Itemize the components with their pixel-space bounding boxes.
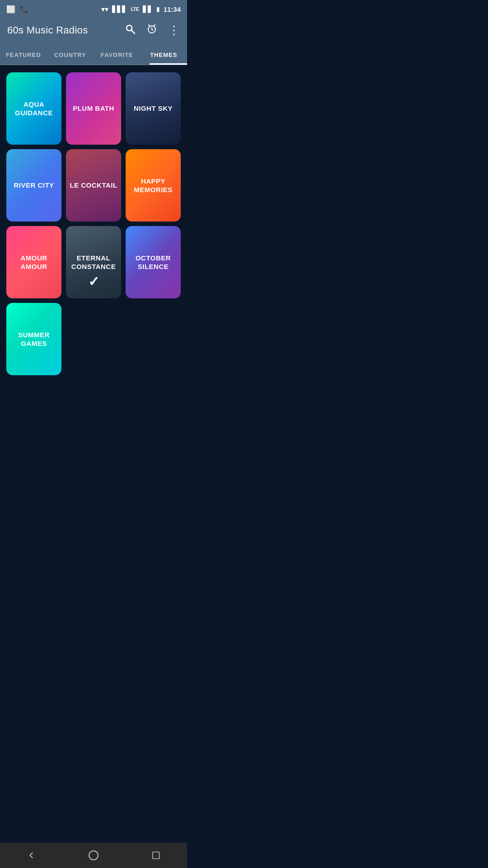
theme-le-cocktail[interactable]: LE COCKTAIL bbox=[66, 149, 121, 222]
status-left-icons: ⬜ 📞 bbox=[6, 5, 29, 14]
svg-line-1 bbox=[131, 30, 135, 33]
selected-checkmark: ✓ bbox=[88, 274, 99, 289]
alarm-icon[interactable] bbox=[146, 24, 157, 37]
svg-line-4 bbox=[154, 25, 155, 26]
header-actions: ⋮ bbox=[125, 24, 180, 37]
app-title: 60s Music Radios bbox=[7, 24, 88, 36]
tab-featured[interactable]: FEATURED bbox=[0, 45, 47, 65]
tab-country[interactable]: COUNTRY bbox=[47, 45, 94, 65]
time-display: 11:34 bbox=[164, 5, 181, 13]
app-header: 60s Music Radios ⋮ bbox=[0, 18, 187, 45]
signal2-icon: ▋▋ bbox=[143, 5, 153, 13]
svg-line-3 bbox=[149, 25, 150, 26]
battery-icon: ▮ bbox=[156, 5, 160, 13]
phone-icon: 📞 bbox=[20, 5, 29, 14]
theme-aqua-guidance[interactable]: AQUA GUIDANCE bbox=[6, 72, 61, 145]
theme-amour-amour[interactable]: AMOUR AMOUR bbox=[6, 226, 61, 298]
theme-night-sky[interactable]: NIGHT SKY bbox=[126, 72, 181, 145]
theme-plum-bath[interactable]: PLUM BATH bbox=[66, 72, 121, 145]
wifi-icon: ▾▾ bbox=[101, 5, 108, 14]
theme-eternal-constance[interactable]: ETERNAL CONSTANCE ✓ bbox=[66, 226, 121, 298]
photo-icon: ⬜ bbox=[6, 5, 15, 14]
status-bar: ⬜ 📞 ▾▾ ▋▋▋ LTE ▋▋ ▮ 11:34 bbox=[0, 0, 187, 18]
search-icon[interactable] bbox=[125, 24, 136, 37]
more-options-icon[interactable]: ⋮ bbox=[168, 24, 180, 36]
theme-october-silence[interactable]: OCTOBER SILENCE bbox=[126, 226, 181, 298]
status-right-icons: ▾▾ ▋▋▋ LTE ▋▋ ▮ 11:34 bbox=[101, 5, 181, 14]
tab-favorite[interactable]: FAVORITE bbox=[94, 45, 141, 65]
tab-bar: FEATURED COUNTRY FAVORITE THEMES bbox=[0, 45, 187, 65]
lte-badge: LTE bbox=[131, 6, 139, 12]
signal-icon: ▋▋▋ bbox=[112, 5, 127, 13]
theme-river-city[interactable]: RIVER CITY bbox=[6, 149, 61, 222]
theme-happy-memories[interactable]: HAPPY MEMORIES bbox=[126, 149, 181, 222]
tab-themes[interactable]: THEMES bbox=[141, 45, 188, 65]
themes-grid: AQUA GUIDANCE PLUM BATH NIGHT SKY RIVER … bbox=[0, 65, 187, 411]
theme-summer-games[interactable]: SUMMER GAMES bbox=[6, 303, 61, 375]
